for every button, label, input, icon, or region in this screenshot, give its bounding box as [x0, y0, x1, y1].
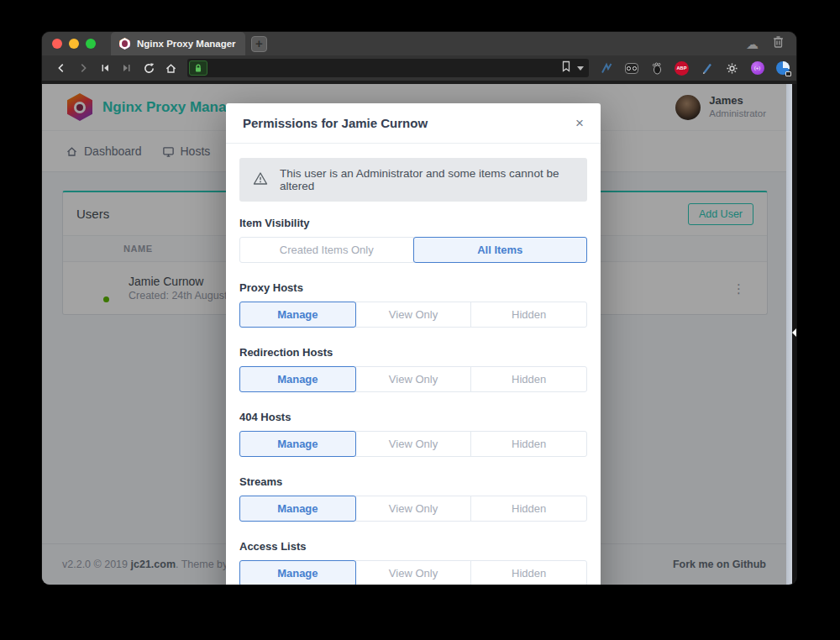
option-manage[interactable]: Manage	[239, 431, 356, 457]
close-icon[interactable]: ×	[575, 116, 584, 130]
option-hidden[interactable]: Hidden	[470, 496, 587, 522]
button-group: ManageView OnlyHidden	[239, 560, 587, 585]
permissions-modal: Permissions for Jamie Curnow × This user…	[226, 103, 601, 585]
sync-cloud-icon[interactable]: ☁	[746, 38, 759, 50]
new-tab-button[interactable]: +	[251, 36, 267, 52]
button-group: Created Items OnlyAll Items	[239, 237, 587, 263]
alert-text: This user is an Administrator and some i…	[280, 167, 574, 192]
url-bar[interactable]	[187, 59, 589, 77]
dev-fork-extension-icon[interactable]	[599, 61, 613, 76]
permission-sections: Item Visibility Created Items OnlyAll It…	[239, 217, 587, 585]
option-manage[interactable]: Manage	[239, 496, 356, 522]
permission-section: Item Visibility Created Items OnlyAll It…	[239, 217, 587, 263]
option-view-only[interactable]: View Only	[355, 496, 472, 522]
pen-extension-icon[interactable]	[700, 61, 714, 76]
modal-title: Permissions for Jamie Curnow	[243, 116, 428, 130]
panel-edge	[792, 84, 796, 585]
option-view-only[interactable]: View Only	[355, 560, 472, 585]
section-label: Access Lists	[239, 540, 587, 553]
goggles-extension-icon[interactable]	[624, 61, 638, 76]
browser-tab[interactable]: Nginx Proxy Manager	[111, 32, 245, 55]
favicon-npm-icon	[119, 38, 130, 50]
permission-section: 404 Hosts ManageView OnlyHidden	[239, 411, 587, 457]
section-label: Redirection Hosts	[239, 346, 587, 359]
gear-flower-extension-icon[interactable]	[725, 61, 739, 76]
bookmark-dropdown-icon[interactable]	[577, 66, 584, 71]
permission-section: Streams ManageView OnlyHidden	[239, 475, 587, 522]
gnome-foot-extension-icon[interactable]	[649, 61, 664, 76]
section-label: Item Visibility	[239, 217, 587, 229]
button-group: ManageView OnlyHidden	[239, 496, 587, 522]
browser-tab-bar: Nginx Proxy Manager + ☁	[42, 32, 796, 55]
option-hidden[interactable]: Hidden	[470, 366, 587, 392]
option-view-only[interactable]: View Only	[355, 431, 472, 457]
option-hidden[interactable]: Hidden	[470, 560, 587, 585]
option-manage[interactable]: Manage	[239, 560, 356, 585]
option-hidden[interactable]: Hidden	[470, 302, 587, 328]
web-page: Nginx Proxy Manager James Administrator …	[42, 84, 786, 585]
tab-title: Nginx Proxy Manager	[137, 39, 236, 49]
section-label: Proxy Hosts	[239, 281, 587, 294]
section-label: Streams	[239, 475, 587, 488]
browser-scrollbar[interactable]	[786, 84, 792, 585]
section-label: 404 Hosts	[239, 411, 587, 423]
rewind-icon[interactable]	[98, 61, 112, 75]
zoom-window-button[interactable]	[86, 39, 96, 49]
option-view-only[interactable]: View Only	[355, 366, 472, 392]
bookmark-icon[interactable]	[561, 60, 571, 76]
forward-icon[interactable]	[76, 61, 90, 75]
adblock-plus-extension-icon[interactable]: ABP	[675, 61, 689, 76]
warning-triangle-icon	[253, 171, 268, 188]
admin-warning-alert: This user is an Administrator and some i…	[239, 158, 587, 202]
purple-circle-extension-icon[interactable]: (+)	[750, 61, 764, 76]
panel-toggle-arrow-icon[interactable]	[792, 328, 796, 337]
ssl-lock-badge-icon[interactable]	[189, 60, 207, 76]
extension-icons: ABP (+)	[599, 61, 790, 76]
browser-toolbar: ABP (+)	[42, 55, 796, 81]
button-group: ManageView OnlyHidden	[239, 302, 587, 328]
option-view-only[interactable]: View Only	[355, 302, 472, 328]
minimize-window-button[interactable]	[69, 39, 79, 49]
traffic-lights	[42, 39, 104, 49]
option-created-items-only[interactable]: Created Items Only	[239, 237, 414, 263]
reload-icon[interactable]	[142, 61, 155, 75]
permission-section: Access Lists ManageView OnlyHidden	[239, 540, 587, 585]
permission-section: Redirection Hosts ManageView OnlyHidden	[239, 346, 587, 392]
option-hidden[interactable]: Hidden	[470, 431, 587, 457]
button-group: ManageView OnlyHidden	[239, 431, 587, 457]
option-all-items[interactable]: All Items	[413, 237, 588, 263]
close-window-button[interactable]	[52, 39, 62, 49]
browser-window: Nginx Proxy Manager + ☁	[42, 32, 796, 585]
permission-section: Proxy Hosts ManageView OnlyHidden	[239, 281, 587, 328]
option-manage[interactable]: Manage	[239, 366, 356, 392]
fast-forward-icon[interactable]	[120, 61, 134, 75]
home-icon[interactable]	[164, 61, 177, 75]
back-icon[interactable]	[55, 61, 68, 75]
option-manage[interactable]: Manage	[239, 302, 356, 328]
button-group: ManageView OnlyHidden	[239, 366, 587, 392]
pie-lock-extension-icon[interactable]	[775, 61, 790, 76]
trash-icon[interactable]	[772, 35, 785, 52]
